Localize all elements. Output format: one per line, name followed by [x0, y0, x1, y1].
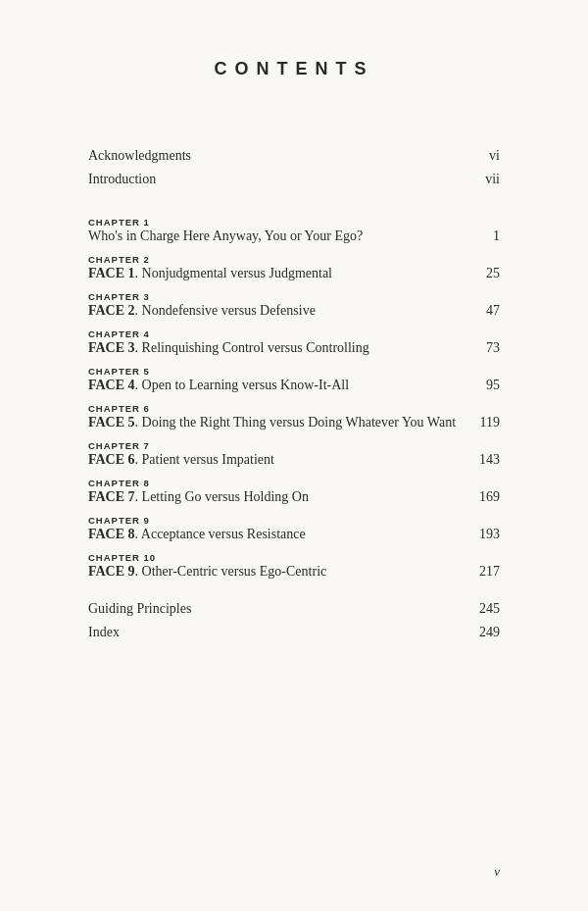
chapter-10-entry: FACE 9. Other-Centric versus Ego-Centric…	[88, 564, 500, 580]
chapter-2-block: CHAPTER 2 FACE 1. Nonjudgmental versus J…	[88, 254, 500, 281]
chapter-4-block: CHAPTER 4 FACE 3. Relinquishing Control …	[88, 329, 500, 356]
page-title: CONTENTS	[88, 59, 500, 79]
chapter-5-entry: FACE 4. Open to Learning versus Know-It-…	[88, 378, 500, 393]
chapter-6-entry: FACE 5. Doing the Right Thing versus Doi…	[88, 415, 500, 430]
chapter-5-block: CHAPTER 5 FACE 4. Open to Learning versu…	[88, 366, 500, 393]
footer-page-number: v	[494, 864, 500, 880]
front-matter-introduction: Introduction vii	[88, 172, 500, 187]
chapter-8-entry: FACE 7. Letting Go versus Holding On 169	[88, 489, 500, 505]
chapter-10-block: CHAPTER 10 FACE 9. Other-Centric versus …	[88, 552, 500, 580]
chapter-1-block: CHAPTER 1 Who's in Charge Here Anyway, Y…	[88, 217, 500, 244]
back-matter-index: Index 249	[88, 625, 500, 640]
chapter-8-block: CHAPTER 8 FACE 7. Letting Go versus Hold…	[88, 478, 500, 505]
toc-table: Acknowledgments vi Introduction vii CHAP…	[88, 148, 500, 640]
chapter-7-block: CHAPTER 7 FACE 6. Patient versus Impatie…	[88, 440, 500, 468]
chapter-6-block: CHAPTER 6 FACE 5. Doing the Right Thing …	[88, 403, 500, 430]
chapter-4-entry: FACE 3. Relinquishing Control versus Con…	[88, 340, 500, 356]
page: CONTENTS Acknowledgments vi Introduction…	[0, 0, 588, 911]
chapter-9-entry: FACE 8. Acceptance versus Resistance 193	[88, 527, 500, 542]
chapter-3-block: CHAPTER 3 FACE 2. Nondefensive versus De…	[88, 291, 500, 319]
chapter-2-entry: FACE 1. Nonjudgmental versus Judgmental …	[88, 266, 500, 281]
spacer-1	[88, 195, 500, 217]
chapter-9-block: CHAPTER 9 FACE 8. Acceptance versus Resi…	[88, 515, 500, 542]
back-matter: Guiding Principles 245 Index 249	[88, 601, 500, 640]
chapter-1-entry: Who's in Charge Here Anyway, You or Your…	[88, 228, 500, 244]
chapter-7-entry: FACE 6. Patient versus Impatient 143	[88, 452, 500, 468]
chapter-3-entry: FACE 2. Nondefensive versus Defensive 47	[88, 303, 500, 319]
back-matter-guiding: Guiding Principles 245	[88, 601, 500, 617]
front-matter-acknowledgments: Acknowledgments vi	[88, 148, 500, 164]
